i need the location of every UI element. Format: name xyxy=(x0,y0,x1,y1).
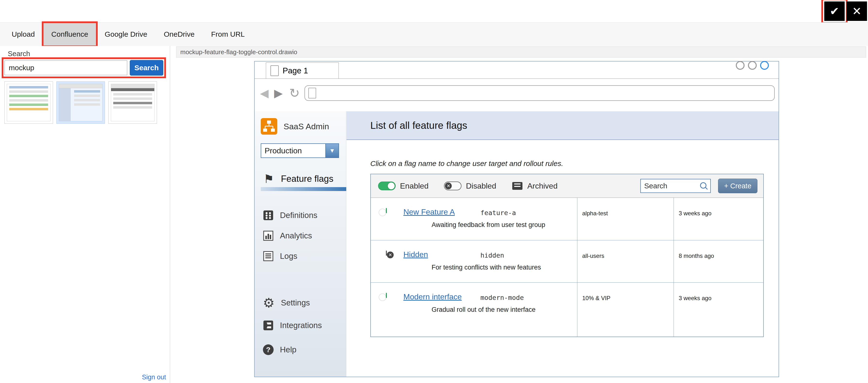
search-button[interactable]: Search xyxy=(130,60,163,75)
instruction-text: Click on a flag name to change user targ… xyxy=(370,159,563,168)
search-input[interactable] xyxy=(4,60,127,75)
flag-key: feature-a xyxy=(480,209,516,217)
forward-icon: ▶ xyxy=(274,85,283,101)
definitions-icon xyxy=(263,210,274,221)
table-toolbar: Enabled ✕ Disabled xyxy=(371,174,763,198)
app-name: SaaS Admin xyxy=(284,122,329,131)
table-row: Modern interface modern-mode Gradual rol… xyxy=(371,282,763,337)
sidebar-item-definitions: Definitions xyxy=(263,209,317,222)
feature-flags-table: Enabled ✕ Disabled xyxy=(370,174,764,337)
back-icon: ◀ xyxy=(260,85,269,101)
flag-name-link: Hidden xyxy=(403,250,428,259)
flag-name-link: New Feature A xyxy=(403,208,455,217)
close-icon: ✕ xyxy=(852,5,862,18)
window-button-2-icon xyxy=(748,61,757,70)
search-section-label: Search xyxy=(8,50,30,58)
sidebar-item-analytics: Analytics xyxy=(263,229,312,243)
page-title: List of all feature flags xyxy=(370,120,467,131)
app-logo-icon xyxy=(261,118,277,135)
confirm-button[interactable]: ✔ xyxy=(824,1,845,21)
archived-label: Archived xyxy=(527,182,558,191)
browser-page-tab: Page 1 xyxy=(266,62,339,78)
sidebar-item-help: ? Help xyxy=(263,343,297,356)
environment-dropdown: Production ▼ xyxy=(261,143,339,158)
toggle-on-icon xyxy=(378,182,396,190)
table-search-placeholder: Search xyxy=(644,182,667,190)
legend-enabled: Enabled xyxy=(378,182,428,191)
active-item-indicator xyxy=(261,187,346,191)
import-dialog: ✔ ✕ Upload Confluence Google Drive OneDr… xyxy=(0,0,868,383)
sidebar-item-integrations: Integrations xyxy=(263,319,322,332)
sidebar-item-label: Help xyxy=(280,345,297,354)
thumbnail-result-2-selected[interactable] xyxy=(56,82,105,124)
magnifier-icon xyxy=(700,182,706,189)
gear-icon: ⚙ xyxy=(263,295,275,311)
thumbnail-1-preview xyxy=(7,84,51,121)
help-icon: ? xyxy=(263,344,274,355)
tab-from-url[interactable]: From URL xyxy=(203,23,253,46)
flag-key: modern-mode xyxy=(480,294,524,301)
updated-cell: 8 months ago xyxy=(674,241,763,282)
updated-cell: 3 weeks ago xyxy=(674,283,763,337)
chevron-down-icon: ▼ xyxy=(326,144,339,157)
preview-panel: mockup-feature-flag-toggle-control.drawi… xyxy=(170,46,868,383)
logs-icon xyxy=(263,251,274,261)
sidebar-item-feature-flags: ⚑ Feature flags xyxy=(263,172,333,186)
address-bar xyxy=(305,85,775,101)
source-tabs: Upload Confluence Google Drive OneDrive … xyxy=(0,22,868,46)
sidebar-item-label: Integrations xyxy=(280,321,322,330)
bar-chart-icon xyxy=(263,230,274,241)
sidebar-item-label: Settings xyxy=(281,298,310,308)
mockup-main: List of all feature flags Click on a fla… xyxy=(346,111,779,377)
diagram-preview[interactable]: Page 1 ◀ ▶ ↻ xyxy=(254,61,779,377)
tab-bar-divider xyxy=(255,78,779,79)
flag-cell: ✕ Hidden hidden For testing conflicts wi… xyxy=(371,241,577,282)
sidebar-item-logs: Logs xyxy=(263,249,298,263)
table-search-input: Search xyxy=(640,179,711,193)
page-title-band: List of all feature flags xyxy=(346,111,779,140)
legend-disabled: ✕ Disabled xyxy=(444,182,496,191)
toggle-on-icon xyxy=(386,208,387,213)
legend-archived: Archived xyxy=(512,181,558,191)
flag-description: Awaiting feedback from user test group xyxy=(432,221,545,229)
flag-description: Gradual roll out of the new interface xyxy=(432,306,535,314)
archive-icon xyxy=(512,181,523,191)
close-button[interactable]: ✕ xyxy=(847,1,867,21)
page-tab-label: Page 1 xyxy=(283,66,308,75)
refresh-icon: ↻ xyxy=(289,85,300,101)
target-cell: alpha-test xyxy=(577,198,674,240)
disabled-label: Disabled xyxy=(466,182,496,191)
updated-cell: 3 weeks ago xyxy=(674,198,763,240)
integrations-icon xyxy=(263,320,274,331)
environment-value: Production xyxy=(261,146,302,155)
toggle-off-icon: ✕ xyxy=(444,182,461,190)
sign-out-link[interactable]: Sign out xyxy=(142,374,166,381)
table-row: ✕ Hidden hidden For testing conflicts wi… xyxy=(371,240,763,282)
thumbnail-result-1[interactable] xyxy=(4,82,53,124)
target-cell: 10% & VIP xyxy=(577,283,674,337)
toggle-off-icon: ✕ xyxy=(386,251,387,256)
selected-filename: mockup-feature-flag-toggle-control.drawi… xyxy=(176,46,866,58)
page-icon xyxy=(271,65,279,76)
window-button-1-icon xyxy=(736,61,745,70)
sidebar-item-settings: ⚙ Settings xyxy=(263,296,310,310)
enabled-label: Enabled xyxy=(400,182,428,191)
brand: SaaS Admin xyxy=(261,118,329,135)
flag-icon: ⚑ xyxy=(263,172,275,186)
tab-google-drive[interactable]: Google Drive xyxy=(96,23,156,46)
dialog-titlebar: ✔ ✕ xyxy=(0,0,868,22)
sidebar-item-label: Feature flags xyxy=(281,174,333,184)
search-row: Search xyxy=(4,60,163,75)
address-bar-doc-icon xyxy=(308,88,316,98)
flag-cell: Modern interface modern-mode Gradual rol… xyxy=(371,283,577,337)
sidebar-item-label: Logs xyxy=(280,252,298,261)
search-results xyxy=(4,82,157,124)
tab-onedrive[interactable]: OneDrive xyxy=(156,23,203,46)
flag-cell: New Feature A feature-a Awaiting feedbac… xyxy=(371,198,577,240)
tab-confluence[interactable]: Confluence xyxy=(43,23,96,46)
toggle-on-icon xyxy=(386,293,387,298)
tab-upload[interactable]: Upload xyxy=(3,23,43,46)
thumbnail-2-preview xyxy=(59,84,102,121)
sidebar-item-label: Definitions xyxy=(280,211,317,220)
thumbnail-result-3[interactable] xyxy=(108,82,157,124)
